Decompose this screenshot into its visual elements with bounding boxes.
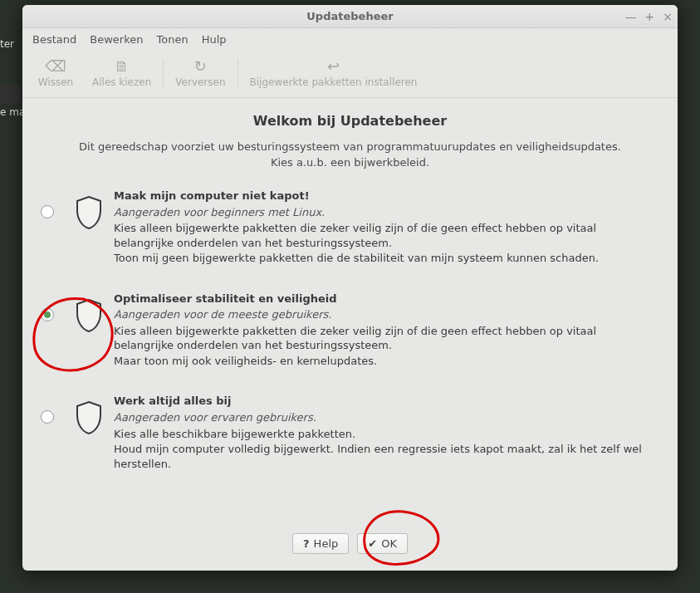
toolbar-separator	[163, 59, 164, 89]
maximize-icon[interactable]: +	[645, 11, 655, 22]
download-icon: ↩	[327, 59, 340, 74]
shield-icon	[67, 400, 110, 435]
option-desc: Kies alleen bijgewerkte pakketten die ze…	[114, 324, 659, 353]
shield-icon	[67, 298, 110, 333]
menu-file[interactable]: Bestand	[27, 32, 81, 47]
window-title: Updatebeheer	[22, 10, 678, 22]
welcome-heading: Welkom bij Updatebeheer	[41, 113, 659, 129]
toolbar: ⌫ Wissen 🗎 Alles kiezen ↻ Verversen ↩ Bi…	[22, 50, 678, 98]
policy-options: Maak mijn computer niet kapot! Aangerade…	[41, 189, 659, 472]
help-button[interactable]: ? Help	[292, 533, 349, 554]
option-title: Optimaliseer stabiliteit en veiligheid	[114, 292, 659, 306]
toolbar-select-all-button[interactable]: 🗎 Alles kiezen	[92, 59, 151, 88]
option-recommended: Aangeraden voor ervaren gebruikers.	[114, 410, 659, 425]
option-desc: Maar toon mij ook veiligheids- en kernel…	[114, 354, 659, 369]
radio-balanced[interactable]	[41, 308, 54, 321]
option-desc: Kies alleen bijgewerkte pakketten die ze…	[114, 221, 659, 250]
option-recommended: Aangeraden voor beginners met Linux.	[114, 205, 659, 220]
radio-safe[interactable]	[41, 205, 54, 218]
check-icon: ✔	[368, 537, 377, 550]
update-manager-window: Updatebeheer — + × Bestand Bewerken Tone…	[22, 5, 678, 571]
menu-edit[interactable]: Bewerken	[85, 32, 148, 47]
close-icon[interactable]: ×	[663, 11, 673, 22]
welcome-line1: Dit gereedschap voorziet uw besturingssy…	[41, 140, 659, 153]
policy-option-all[interactable]: Werk altijd alles bij Aangeraden voor er…	[41, 394, 659, 472]
desktop-icons-partial: ter e ma	[0, 33, 25, 119]
dialog-buttons: ? Help ✔ OK	[41, 525, 659, 556]
option-desc: Kies alle beschikbare bijgewerkte pakket…	[114, 427, 659, 442]
toolbar-install-button[interactable]: ↩ Bijgewerkte pakketten installeren	[250, 59, 418, 88]
option-title: Werk altijd alles bij	[114, 394, 659, 409]
titlebar[interactable]: Updatebeheer — + ×	[22, 5, 678, 28]
document-icon: 🗎	[115, 59, 130, 74]
shield-icon	[67, 195, 110, 230]
option-desc: Toon mij geen bijgewerkte pakketten die …	[114, 251, 659, 266]
backspace-icon: ⌫	[45, 59, 66, 74]
menu-view[interactable]: Tonen	[151, 32, 193, 47]
minimize-icon[interactable]: —	[625, 11, 637, 22]
option-title: Maak mijn computer niet kapot!	[114, 189, 659, 203]
policy-option-balanced[interactable]: Optimaliseer stabiliteit en veiligheid A…	[41, 292, 659, 370]
option-desc: Houd mijn computer volledig bijgewerkt. …	[114, 442, 659, 471]
menu-help[interactable]: Hulp	[197, 32, 232, 47]
welcome-line2: Kies a.u.b. een bijwerkbeleid.	[41, 156, 659, 169]
toolbar-refresh-button[interactable]: ↻ Verversen	[175, 59, 225, 88]
ok-button[interactable]: ✔ OK	[357, 533, 408, 554]
menubar: Bestand Bewerken Tonen Hulp	[22, 28, 678, 50]
help-icon: ?	[303, 537, 310, 550]
refresh-icon: ↻	[194, 59, 207, 74]
content-area: Welkom bij Updatebeheer Dit gereedschap …	[22, 98, 678, 571]
policy-option-safe[interactable]: Maak mijn computer niet kapot! Aangerade…	[41, 189, 659, 267]
radio-all[interactable]	[41, 410, 54, 424]
option-recommended: Aangeraden voor de meeste gebruikers.	[114, 307, 659, 322]
toolbar-clear-button[interactable]: ⌫ Wissen	[31, 59, 81, 88]
toolbar-separator	[237, 59, 238, 89]
